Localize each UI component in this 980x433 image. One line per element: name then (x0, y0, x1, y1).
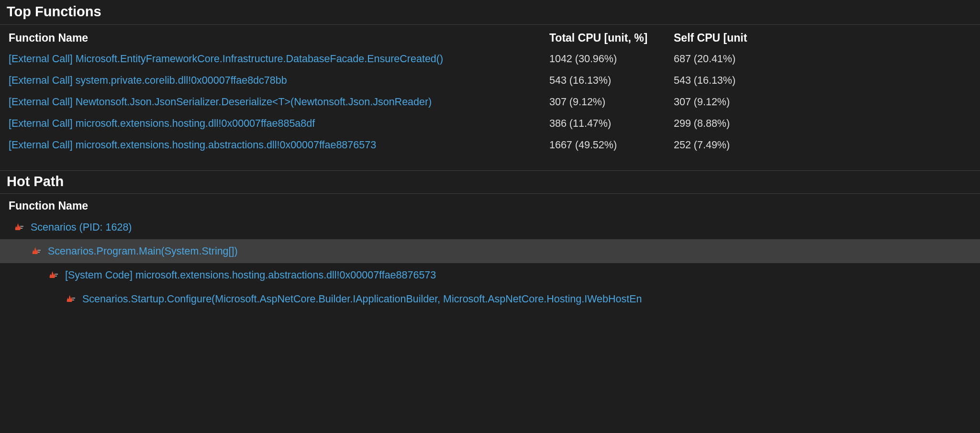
column-header-total-cpu[interactable]: Total CPU [unit, %] (541, 25, 665, 48)
svg-rect-5 (55, 276, 57, 277)
total-cpu-cell: 386 (11.47%) (541, 113, 665, 134)
function-name-cell[interactable]: [External Call] Microsoft.EntityFramewor… (0, 48, 541, 70)
flame-icon (31, 247, 43, 255)
svg-rect-7 (72, 300, 74, 300)
hot-path-title: Hot Path (0, 170, 980, 194)
flame-icon (65, 295, 78, 303)
hot-path-item[interactable]: Scenarios.Startup.Configure(Microsoft.As… (0, 287, 980, 311)
hot-path-item-label[interactable]: Scenarios.Program.Main(System.String[]) (48, 245, 238, 257)
flame-icon (13, 223, 26, 231)
table-row[interactable]: [External Call] system.private.corelib.d… (0, 70, 980, 91)
hot-path-item[interactable]: Scenarios (PID: 1628) (0, 215, 980, 239)
hot-path-item-label[interactable]: Scenarios (PID: 1628) (31, 222, 132, 233)
hot-path-item-label[interactable]: [System Code] microsoft.extensions.hosti… (65, 269, 436, 281)
svg-rect-0 (21, 226, 23, 227)
svg-rect-6 (72, 298, 75, 299)
hot-path-tree: Scenarios (PID: 1628)Scenarios.Program.M… (0, 215, 980, 311)
top-functions-table: Function Name Total CPU [unit, %] Self C… (0, 25, 980, 156)
self-cpu-cell: 307 (9.12%) (665, 91, 980, 113)
table-row[interactable]: [External Call] Newtonsoft.Json.JsonSeri… (0, 91, 980, 113)
self-cpu-cell: 543 (16.13%) (665, 70, 980, 91)
hot-path-column-header[interactable]: Function Name (0, 194, 980, 215)
total-cpu-cell: 543 (16.13%) (541, 70, 665, 91)
function-name-cell[interactable]: [External Call] microsoft.extensions.hos… (0, 113, 541, 134)
svg-rect-3 (38, 252, 40, 253)
self-cpu-cell: 252 (7.49%) (665, 134, 980, 156)
total-cpu-cell: 307 (9.12%) (541, 91, 665, 113)
function-name-cell[interactable]: [External Call] Newtonsoft.Json.JsonSeri… (0, 91, 541, 113)
table-row[interactable]: [External Call] Microsoft.EntityFramewor… (0, 48, 980, 70)
svg-rect-4 (55, 274, 58, 275)
total-cpu-cell: 1042 (30.96%) (541, 48, 665, 70)
hot-path-item[interactable]: [System Code] microsoft.extensions.hosti… (0, 263, 980, 287)
column-header-function-name[interactable]: Function Name (0, 25, 541, 48)
column-header-self-cpu[interactable]: Self CPU [unit (665, 25, 980, 48)
table-row[interactable]: [External Call] microsoft.extensions.hos… (0, 113, 980, 134)
svg-rect-2 (38, 250, 41, 251)
svg-rect-1 (21, 228, 22, 229)
self-cpu-cell: 687 (20.41%) (665, 48, 980, 70)
flame-icon (48, 271, 60, 279)
function-name-cell[interactable]: [External Call] system.private.corelib.d… (0, 70, 541, 91)
self-cpu-cell: 299 (8.88%) (665, 113, 980, 134)
table-row[interactable]: [External Call] microsoft.extensions.hos… (0, 134, 980, 156)
top-functions-title: Top Functions (0, 0, 980, 25)
hot-path-item[interactable]: Scenarios.Program.Main(System.String[]) (0, 239, 980, 263)
hot-path-item-label[interactable]: Scenarios.Startup.Configure(Microsoft.As… (82, 293, 642, 305)
total-cpu-cell: 1667 (49.52%) (541, 134, 665, 156)
function-name-cell[interactable]: [External Call] microsoft.extensions.hos… (0, 134, 541, 156)
